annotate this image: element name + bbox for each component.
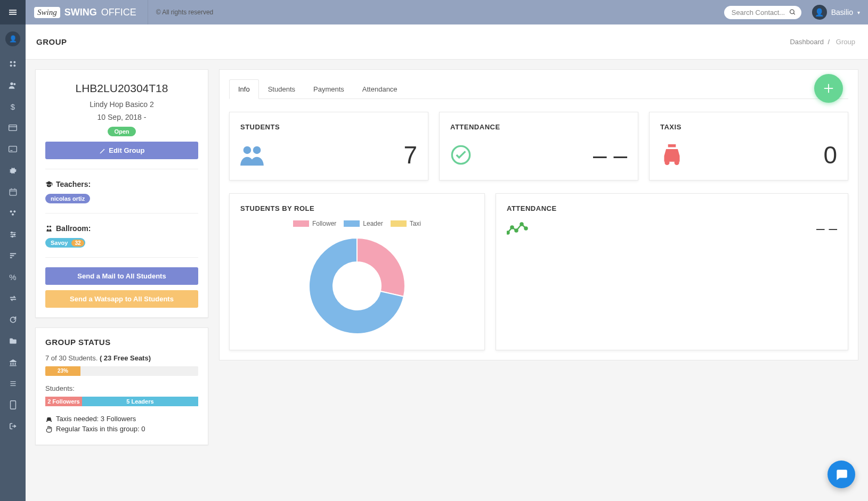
search-box [724, 6, 801, 19]
group-icon [9, 209, 17, 217]
breadcrumb-home[interactable]: Dashboard [790, 38, 824, 46]
svg-point-19 [10, 210, 12, 212]
grad-cap-icon [45, 180, 53, 188]
sort-icon [9, 252, 17, 260]
svg-point-45 [507, 232, 509, 234]
svg-point-43 [664, 160, 669, 165]
group-code: LHB2LU20304T18 [45, 82, 198, 95]
page-title: GROUP [36, 37, 67, 46]
svg-point-27 [12, 236, 13, 237]
svg-point-5 [10, 61, 12, 63]
svg-point-7 [10, 64, 12, 67]
attendance-chart-value: – – [816, 220, 837, 237]
donut-chart [304, 233, 410, 339]
tab-payments[interactable]: Payments [304, 79, 353, 99]
check-circle-icon [450, 144, 472, 166]
hamburger-icon [9, 9, 17, 16]
page-header: GROUP Dashboard / Group [26, 24, 868, 60]
pencil-icon [99, 148, 106, 154]
attendance-value: – – [593, 141, 627, 169]
sidebar-item-percent[interactable]: % [0, 266, 26, 288]
brand-logo[interactable]: Swing SWING OFFICE [26, 7, 145, 18]
svg-line-4 [793, 13, 795, 15]
ballroom-label: Ballroom: [45, 224, 198, 233]
sidebar-item-groups[interactable] [0, 202, 26, 224]
sidebar-item-card[interactable] [0, 117, 26, 138]
sidebar-avatar[interactable]: 👤 [5, 31, 20, 46]
copyright-text: © All rights reserved [148, 0, 214, 24]
taxis-needed-line: Taxis needed: 3 Followers [45, 415, 198, 423]
sidebar-item-dashboard[interactable] [0, 53, 26, 75]
svg-rect-11 [9, 125, 17, 131]
edit-group-button[interactable]: Edit Group [45, 142, 198, 159]
main-panel: Info Students Payments Attendance STUDEN… [219, 69, 858, 360]
svg-point-21 [12, 213, 14, 216]
sidebar-item-transfer[interactable] [0, 288, 26, 309]
students-label: Students: [45, 384, 198, 392]
students-by-role-card: STUDENTS BY ROLE Follower Leader Taxi [229, 193, 485, 350]
group-info-card: LHB2LU20304T18 Lindy Hop Basico 2 10 Sep… [35, 69, 208, 318]
sidebar-item-users[interactable] [0, 75, 26, 96]
sidebar-item-mobile[interactable] [0, 394, 26, 415]
sidebar-item-logout[interactable] [0, 415, 26, 437]
sidebar-item-sort[interactable] [0, 245, 26, 266]
taxi-icon [660, 144, 684, 166]
ballroom-pill[interactable]: Savoy 32 [45, 238, 85, 248]
percent-icon: % [9, 273, 16, 282]
svg-point-46 [511, 226, 514, 229]
seats-progress: 23% [45, 366, 198, 376]
svg-point-6 [13, 61, 15, 63]
users-icon [240, 144, 264, 166]
svg-point-44 [675, 160, 679, 165]
logout-icon [9, 422, 17, 430]
svg-point-26 [13, 234, 15, 235]
search-icon[interactable] [789, 9, 796, 16]
send-whatsapp-button[interactable]: Send a Watsapp to All Students [45, 290, 198, 308]
svg-rect-2 [9, 14, 17, 15]
taxis-regular-line: Regular Taxis in this group: 0 [45, 425, 198, 433]
teachers-label: Teachers: [45, 180, 198, 188]
user-menu[interactable]: 👤 Basilio ▾ [812, 5, 860, 20]
svg-point-35 [47, 226, 49, 228]
hamburger-menu-button[interactable] [0, 0, 26, 24]
tab-students[interactable]: Students [259, 79, 304, 99]
sidebar-item-settings[interactable] [0, 160, 26, 181]
sidebar-item-card2[interactable] [0, 138, 26, 160]
svg-rect-28 [10, 253, 15, 254]
svg-rect-1 [9, 12, 17, 13]
tab-attendance[interactable]: Attendance [353, 79, 407, 99]
add-fab-button[interactable] [814, 74, 843, 103]
stat-students: STUDENTS 7 [229, 112, 428, 180]
svg-point-25 [11, 232, 12, 233]
sidebar-item-money[interactable]: $ [0, 96, 26, 117]
teacher-pill[interactable]: nicolas ortiz [45, 194, 90, 203]
svg-point-40 [253, 146, 261, 154]
hand-icon [45, 425, 53, 433]
group-status-title: GROUP STATUS [45, 338, 198, 347]
sidebar-item-calendar[interactable] [0, 181, 26, 202]
sliders-icon [9, 231, 17, 239]
svg-point-47 [515, 229, 518, 232]
sidebar-item-bank[interactable] [0, 351, 26, 373]
sidebar-item-folder[interactable] [0, 330, 26, 351]
group-status-card: GROUP STATUS 7 of 30 Students. ( 23 Free… [35, 327, 208, 445]
attendance-chart-card: ATTENDANCE – – [496, 193, 848, 350]
sidebar-item-sliders[interactable] [0, 224, 26, 245]
send-mail-button[interactable]: Send a Mail to All Students [45, 267, 198, 285]
svg-rect-29 [10, 255, 14, 256]
sidebar-item-list[interactable] [0, 373, 26, 394]
sidebar: 👤 $ % [0, 24, 26, 455]
seats-text: 7 of 30 Students. ( 23 Free Seats) [45, 354, 198, 362]
breadcrumb-current: Group [836, 38, 855, 46]
breadcrumb: Dashboard / Group [790, 38, 857, 46]
stat-attendance: ATTENDANCE – – [439, 112, 638, 180]
svg-point-49 [525, 227, 528, 230]
tab-info[interactable]: Info [229, 79, 259, 99]
chart-legend: Follower Leader Taxi [240, 220, 474, 227]
sidebar-item-refresh[interactable] [0, 309, 26, 330]
transfer-icon [9, 294, 17, 302]
svg-point-36 [50, 226, 52, 228]
list-icon [9, 380, 17, 388]
card2-icon [9, 145, 17, 153]
students-split: 2 Followers 5 Leaders [45, 397, 198, 406]
